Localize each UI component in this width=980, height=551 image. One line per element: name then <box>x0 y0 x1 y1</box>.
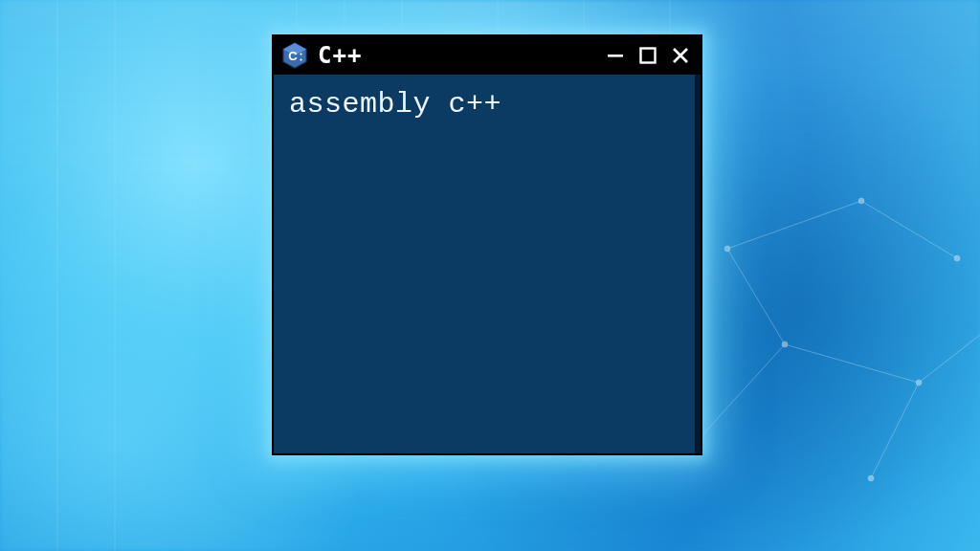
svg-point-13 <box>868 475 874 481</box>
svg-point-8 <box>858 198 864 204</box>
svg-line-5 <box>689 344 785 450</box>
svg-point-9 <box>954 255 960 261</box>
titlebar[interactable]: C + + C++ <box>274 36 701 75</box>
svg-rect-27 <box>608 55 623 57</box>
svg-line-6 <box>871 383 919 478</box>
terminal-window: C + + C++ <box>272 34 702 455</box>
cpp-hex-icon: C + + <box>281 42 308 69</box>
minimize-button[interactable] <box>605 45 626 66</box>
maximize-button[interactable] <box>637 45 658 66</box>
svg-point-10 <box>782 342 788 347</box>
svg-point-7 <box>724 246 730 252</box>
svg-line-1 <box>861 201 957 258</box>
svg-line-0 <box>727 201 861 249</box>
svg-line-3 <box>785 344 919 383</box>
svg-text:+: + <box>300 56 303 62</box>
svg-line-2 <box>727 249 785 344</box>
svg-text:C: C <box>288 49 298 63</box>
minimize-icon <box>607 47 624 64</box>
terminal-client-area[interactable]: assembly c++ <box>274 75 701 453</box>
svg-rect-28 <box>641 49 656 63</box>
svg-point-11 <box>916 380 922 386</box>
terminal-text: assembly c++ <box>289 88 679 121</box>
window-controls <box>605 45 691 66</box>
close-button[interactable] <box>670 45 691 66</box>
maximize-icon <box>639 47 657 64</box>
svg-line-4 <box>919 335 980 383</box>
close-icon <box>672 47 689 64</box>
window-title: C++ <box>318 42 362 69</box>
